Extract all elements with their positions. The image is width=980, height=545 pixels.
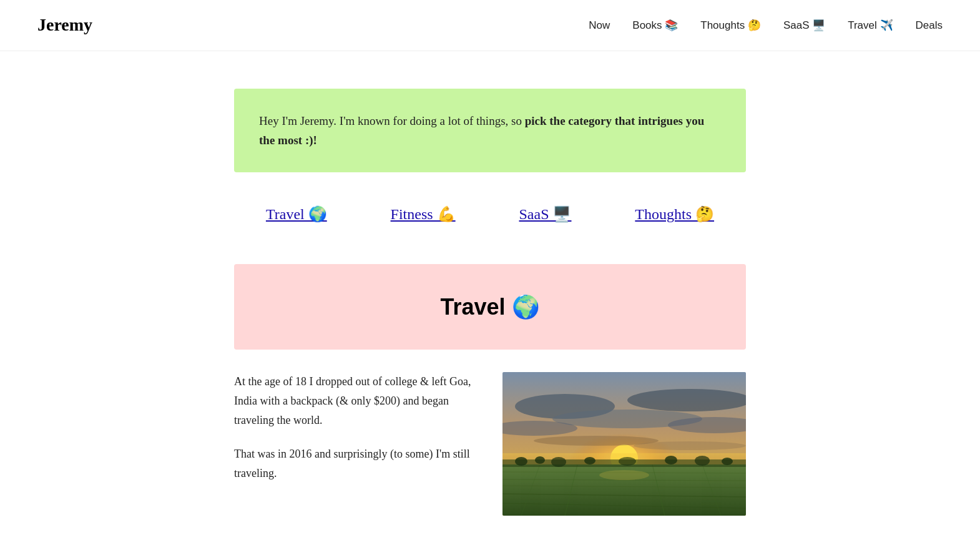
nav-links: Now Books 📚 Thoughts 🤔 SaaS 🖥️ Travel ✈️…	[589, 16, 943, 34]
svg-point-29	[722, 458, 733, 465]
intro-text-normal: Hey I'm Jeremy. I'm known for doing a lo…	[259, 114, 525, 127]
site-logo[interactable]: Jeremy	[37, 11, 92, 39]
travel-paragraph-2: That was in 2016 and surprisingly (to so…	[234, 444, 478, 483]
nav-now[interactable]: Now	[589, 19, 610, 31]
nav-travel[interactable]: Travel ✈️	[848, 19, 893, 31]
nav-deals[interactable]: Deals	[916, 19, 943, 31]
nav-saas[interactable]: SaaS 🖥️	[783, 19, 825, 31]
travel-image-svg	[502, 372, 746, 516]
category-saas-link[interactable]: SaaS 🖥️	[519, 202, 571, 226]
svg-point-24	[551, 457, 566, 467]
category-thoughts-link[interactable]: Thoughts 🤔	[635, 202, 714, 226]
travel-paragraph-1: At the age of 18 I dropped out of colleg…	[234, 372, 478, 430]
svg-point-28	[695, 456, 710, 466]
svg-point-26	[619, 457, 636, 466]
category-travel-link[interactable]: Travel 🌍	[266, 202, 327, 226]
travel-heading: Travel 🌍	[259, 289, 721, 325]
intro-box: Hey I'm Jeremy. I'm known for doing a lo…	[234, 89, 746, 173]
svg-point-30	[599, 470, 649, 480]
travel-content: At the age of 18 I dropped out of colleg…	[234, 372, 746, 516]
svg-point-27	[665, 456, 677, 464]
main-nav: Jeremy Now Books 📚 Thoughts 🤔 SaaS 🖥️ Tr…	[0, 0, 980, 51]
svg-point-10	[634, 441, 746, 450]
nav-books[interactable]: Books 📚	[632, 19, 678, 31]
category-fitness-link[interactable]: Fitness 💪	[391, 202, 456, 226]
svg-point-25	[584, 457, 595, 464]
nav-thoughts[interactable]: Thoughts 🤔	[700, 19, 761, 31]
svg-point-22	[515, 457, 527, 466]
main-content: Hey I'm Jeremy. I'm known for doing a lo…	[222, 51, 758, 545]
travel-image	[502, 372, 746, 516]
travel-section-header: Travel 🌍	[234, 264, 746, 350]
svg-point-23	[535, 456, 545, 464]
travel-text: At the age of 18 I dropped out of colleg…	[234, 372, 478, 483]
category-links: Travel 🌍 Fitness 💪 SaaS 🖥️ Thoughts 🤔	[234, 202, 746, 226]
